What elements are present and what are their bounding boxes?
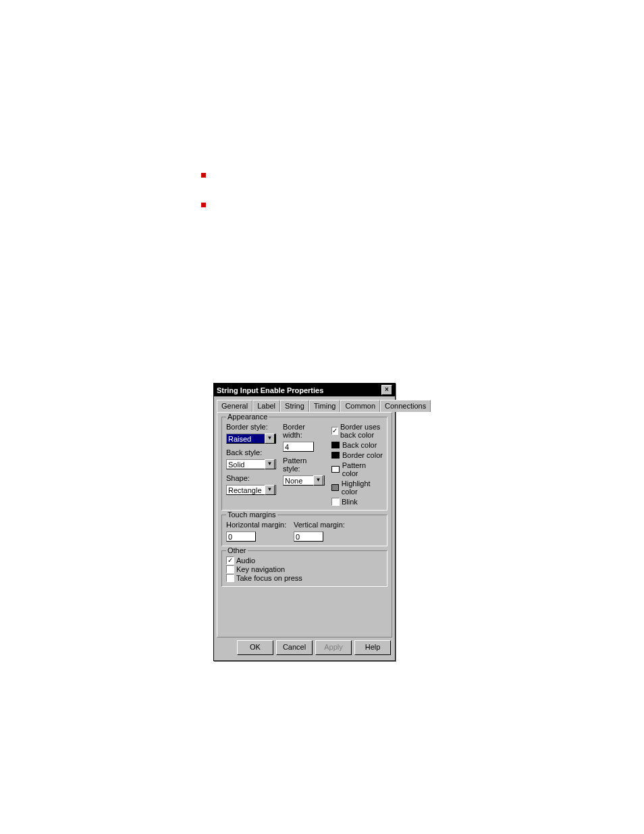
- shape-select[interactable]: Rectangle ▼: [226, 485, 276, 495]
- audio-checkbox[interactable]: ✓ Audio: [226, 556, 383, 565]
- tab-common[interactable]: Common: [340, 400, 380, 412]
- checkbox-icon: ✓: [226, 556, 234, 565]
- other-group: Other ✓ Audio Key navigation Take focus …: [221, 550, 387, 587]
- highlight-color-picker[interactable]: Highlight color: [331, 479, 383, 496]
- back-style-select[interactable]: Solid ▼: [226, 459, 276, 469]
- tab-general[interactable]: General: [217, 400, 252, 412]
- color-swatch-icon: [331, 466, 340, 473]
- dialog-title: String Input Enable Properties: [217, 386, 323, 394]
- chevron-down-icon: ▼: [265, 434, 275, 444]
- take-focus-checkbox[interactable]: Take focus on press: [226, 574, 383, 582]
- close-icon[interactable]: ×: [381, 385, 392, 395]
- horizontal-margin-label: Horizontal margin:: [226, 521, 287, 529]
- vertical-margin-input[interactable]: 0: [294, 531, 323, 542]
- checkbox-icon: ✓: [331, 427, 338, 435]
- tab-string[interactable]: String: [280, 400, 309, 412]
- back-style-label: Back style:: [226, 448, 276, 457]
- horizontal-margin-input[interactable]: 0: [226, 531, 256, 542]
- chevron-down-icon: ▼: [265, 459, 275, 469]
- bullet-icon: [201, 203, 206, 207]
- border-width-input[interactable]: 4: [283, 442, 314, 452]
- horizontal-margin-value: 0: [228, 533, 232, 541]
- back-color-picker[interactable]: Back color: [331, 441, 383, 449]
- checkbox-icon: [226, 574, 234, 582]
- chevron-down-icon: ▼: [265, 485, 275, 495]
- pattern-color-picker[interactable]: Pattern color: [331, 461, 383, 477]
- border-uses-back-label: Border uses back color: [340, 423, 383, 439]
- border-style-value: Raised: [228, 435, 251, 443]
- apply-button[interactable]: Apply: [315, 640, 352, 655]
- blink-label: Blink: [342, 498, 358, 506]
- color-swatch-icon: [331, 442, 340, 448]
- tab-bar: General Label String Timing Common Conne…: [217, 399, 392, 412]
- back-color-label: Back color: [342, 441, 377, 449]
- audio-label: Audio: [236, 556, 255, 565]
- appearance-group: Appearance Border style: Raised ▼ Back s…: [221, 417, 387, 511]
- border-width-value: 4: [285, 443, 289, 451]
- shape-label: Shape:: [226, 474, 276, 482]
- border-style-select[interactable]: Raised ▼: [226, 434, 276, 444]
- border-style-label: Border style:: [226, 423, 276, 431]
- vertical-margin-label: Vertical margin:: [294, 521, 345, 529]
- vertical-margin-value: 0: [296, 533, 300, 541]
- pattern-style-select[interactable]: None ▼: [283, 475, 325, 486]
- ok-button[interactable]: OK: [237, 640, 273, 655]
- other-legend: Other: [226, 546, 248, 554]
- cancel-button[interactable]: Cancel: [276, 640, 313, 655]
- tab-timing[interactable]: Timing: [309, 400, 341, 412]
- appearance-legend: Appearance: [226, 413, 269, 421]
- checkbox-icon: [331, 498, 340, 506]
- dialog-titlebar[interactable]: String Input Enable Properties ×: [214, 384, 395, 396]
- highlight-color-label: Highlight color: [342, 479, 383, 496]
- string-input-enable-properties-dialog: String Input Enable Properties × General…: [213, 383, 396, 661]
- bullet-icon: [201, 173, 206, 178]
- border-color-label: Border color: [342, 451, 383, 459]
- border-color-picker[interactable]: Border color: [331, 451, 383, 459]
- take-focus-label: Take focus on press: [236, 574, 302, 582]
- color-swatch-icon: [331, 452, 340, 459]
- back-style-value: Solid: [228, 461, 244, 469]
- pattern-color-label: Pattern color: [342, 461, 383, 477]
- pattern-style-value: None: [285, 477, 302, 485]
- shape-value: Rectangle: [228, 486, 262, 494]
- checkbox-icon: [226, 565, 234, 573]
- dialog-button-row: OK Cancel Apply Help: [217, 637, 392, 658]
- tab-connections[interactable]: Connections: [380, 400, 431, 412]
- border-uses-back-checkbox[interactable]: ✓ Border uses back color: [331, 423, 383, 439]
- pattern-style-label: Pattern style:: [283, 457, 325, 473]
- touch-margins-legend: Touch margins: [226, 511, 277, 519]
- touch-margins-group: Touch margins Horizontal margin: 0 Verti…: [221, 515, 387, 546]
- tab-page-general: Appearance Border style: Raised ▼ Back s…: [217, 412, 392, 637]
- key-navigation-label: Key navigation: [236, 565, 285, 573]
- help-button[interactable]: Help: [354, 640, 391, 655]
- color-swatch-icon: [331, 484, 339, 491]
- tab-label[interactable]: Label: [252, 400, 280, 412]
- key-navigation-checkbox[interactable]: Key navigation: [226, 565, 383, 573]
- border-width-label: Border width:: [283, 423, 325, 439]
- chevron-down-icon: ▼: [313, 475, 323, 486]
- blink-checkbox[interactable]: Blink: [331, 498, 383, 506]
